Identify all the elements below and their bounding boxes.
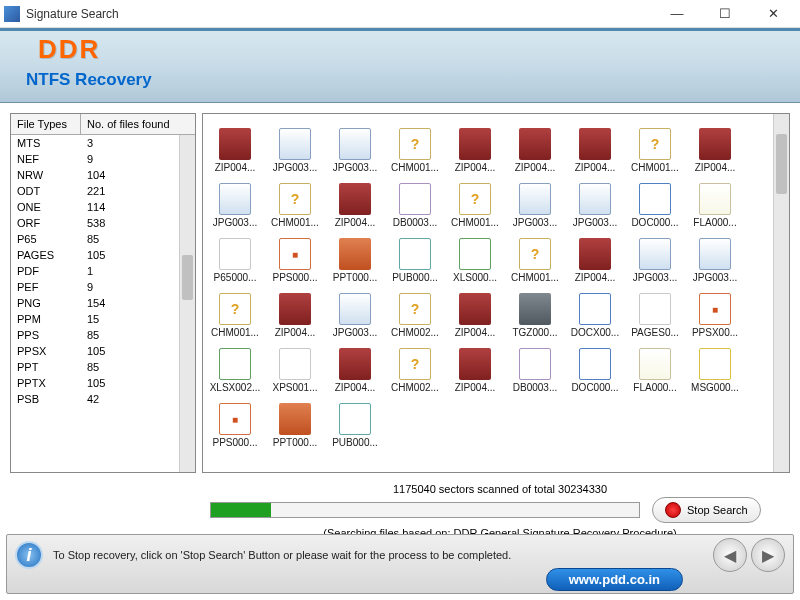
file-label: JPG003... bbox=[213, 217, 257, 228]
jpg-icon bbox=[339, 293, 371, 325]
file-item[interactable]: DB0003... bbox=[505, 338, 565, 393]
file-item[interactable]: CHM001... bbox=[505, 228, 565, 283]
file-item[interactable]: PPS000... bbox=[265, 228, 325, 283]
file-type-row[interactable]: ONE114 bbox=[11, 199, 179, 215]
file-type-row[interactable]: PEF9 bbox=[11, 279, 179, 295]
file-item[interactable]: CHM001... bbox=[625, 118, 685, 173]
file-item[interactable]: JPG003... bbox=[325, 118, 385, 173]
zip-icon bbox=[459, 293, 491, 325]
file-label: PUB000... bbox=[392, 272, 438, 283]
file-type-row[interactable]: PPS85 bbox=[11, 327, 179, 343]
file-label: PPT000... bbox=[333, 272, 377, 283]
file-item[interactable]: ZIP004... bbox=[325, 338, 385, 393]
file-type-row[interactable]: P6585 bbox=[11, 231, 179, 247]
column-header-count[interactable]: No. of files found bbox=[81, 114, 195, 134]
file-item[interactable]: PUB000... bbox=[385, 228, 445, 283]
close-button[interactable]: ✕ bbox=[758, 4, 788, 24]
file-type-row[interactable]: ODT221 bbox=[11, 183, 179, 199]
file-item[interactable]: PUB000... bbox=[325, 393, 385, 448]
file-item[interactable]: JPG003... bbox=[625, 228, 685, 283]
file-item[interactable]: ZIP004... bbox=[265, 283, 325, 338]
file-item[interactable]: PAGES0... bbox=[625, 283, 685, 338]
file-label: XPS001... bbox=[272, 382, 317, 393]
file-item[interactable]: JPG003... bbox=[685, 228, 745, 283]
file-item[interactable]: CHM002... bbox=[385, 338, 445, 393]
file-item[interactable]: ZIP004... bbox=[445, 118, 505, 173]
back-button[interactable]: ◀ bbox=[713, 538, 747, 572]
stop-search-button[interactable]: Stop Search bbox=[652, 497, 761, 523]
file-item[interactable]: DOC000... bbox=[625, 173, 685, 228]
file-item[interactable]: XPS001... bbox=[265, 338, 325, 393]
file-item[interactable]: CHM001... bbox=[265, 173, 325, 228]
info-icon: i bbox=[15, 541, 43, 569]
file-item[interactable]: CHM001... bbox=[445, 173, 505, 228]
file-item[interactable]: ZIP004... bbox=[565, 118, 625, 173]
file-item[interactable]: TGZ000... bbox=[505, 283, 565, 338]
file-item[interactable]: ZIP004... bbox=[325, 173, 385, 228]
file-label: DB0003... bbox=[513, 382, 557, 393]
file-item[interactable]: FLA000... bbox=[625, 338, 685, 393]
forward-button[interactable]: ▶ bbox=[751, 538, 785, 572]
file-item[interactable]: ZIP004... bbox=[445, 338, 505, 393]
file-item[interactable]: DOC000... bbox=[565, 338, 625, 393]
right-scrollbar[interactable] bbox=[773, 114, 789, 472]
pps-icon bbox=[219, 403, 251, 435]
file-item[interactable]: CHM002... bbox=[385, 283, 445, 338]
file-item[interactable]: PPS000... bbox=[205, 393, 265, 448]
file-item[interactable]: DOCX00... bbox=[565, 283, 625, 338]
file-label: CHM001... bbox=[511, 272, 559, 283]
file-type-row[interactable]: PDF1 bbox=[11, 263, 179, 279]
file-label: PPS000... bbox=[272, 272, 317, 283]
maximize-button[interactable]: ☐ bbox=[710, 4, 740, 24]
file-type-row[interactable]: NEF9 bbox=[11, 151, 179, 167]
file-item[interactable]: CHM001... bbox=[205, 283, 265, 338]
file-item[interactable]: ZIP004... bbox=[685, 118, 745, 173]
file-item[interactable]: ZIP004... bbox=[205, 118, 265, 173]
file-item[interactable]: P65000... bbox=[205, 228, 265, 283]
file-item[interactable]: FLA000... bbox=[685, 173, 745, 228]
file-item[interactable]: JPG003... bbox=[265, 118, 325, 173]
file-label: JPG003... bbox=[693, 272, 737, 283]
file-type-row[interactable]: PSB42 bbox=[11, 391, 179, 407]
file-item[interactable]: CHM001... bbox=[385, 118, 445, 173]
file-item[interactable]: JPG003... bbox=[205, 173, 265, 228]
file-item[interactable]: ZIP004... bbox=[565, 228, 625, 283]
file-item[interactable]: MSG000... bbox=[685, 338, 745, 393]
file-item[interactable]: PPT000... bbox=[325, 228, 385, 283]
chm-icon bbox=[639, 128, 671, 160]
file-type-row[interactable]: PNG154 bbox=[11, 295, 179, 311]
file-type-row[interactable]: NRW104 bbox=[11, 167, 179, 183]
progress-bar bbox=[210, 502, 640, 518]
file-item[interactable]: JPG003... bbox=[325, 283, 385, 338]
file-label: TGZ000... bbox=[512, 327, 557, 338]
file-item[interactable]: PPT000... bbox=[265, 393, 325, 448]
column-header-types[interactable]: File Types bbox=[11, 114, 81, 134]
banner: DDR NTFS Recovery bbox=[0, 28, 800, 103]
file-item[interactable]: XLSX002... bbox=[205, 338, 265, 393]
file-type-row[interactable]: PAGES105 bbox=[11, 247, 179, 263]
file-type-row[interactable]: PPTX105 bbox=[11, 375, 179, 391]
file-type-row[interactable]: MTS3 bbox=[11, 135, 179, 151]
file-item[interactable]: PPSX00... bbox=[685, 283, 745, 338]
zip-icon bbox=[339, 348, 371, 380]
file-item[interactable]: XLS000... bbox=[445, 228, 505, 283]
file-label: ZIP004... bbox=[695, 162, 736, 173]
file-type-row[interactable]: PPT85 bbox=[11, 359, 179, 375]
website-link[interactable]: www.pdd.co.in bbox=[546, 568, 683, 591]
file-label: XLSX002... bbox=[210, 382, 261, 393]
fla-icon bbox=[639, 348, 671, 380]
jpg-icon bbox=[519, 183, 551, 215]
file-item[interactable]: DB0003... bbox=[385, 173, 445, 228]
file-item[interactable]: JPG003... bbox=[565, 173, 625, 228]
file-type-row[interactable]: PPM15 bbox=[11, 311, 179, 327]
file-label: DOCX00... bbox=[571, 327, 619, 338]
minimize-button[interactable]: — bbox=[662, 4, 692, 24]
pub-icon bbox=[339, 403, 371, 435]
file-item[interactable]: JPG003... bbox=[505, 173, 565, 228]
left-scrollbar[interactable] bbox=[179, 135, 195, 472]
file-type-row[interactable]: ORF538 bbox=[11, 215, 179, 231]
file-item[interactable]: ZIP004... bbox=[445, 283, 505, 338]
file-label: MSG000... bbox=[691, 382, 739, 393]
file-item[interactable]: ZIP004... bbox=[505, 118, 565, 173]
file-type-row[interactable]: PPSX105 bbox=[11, 343, 179, 359]
